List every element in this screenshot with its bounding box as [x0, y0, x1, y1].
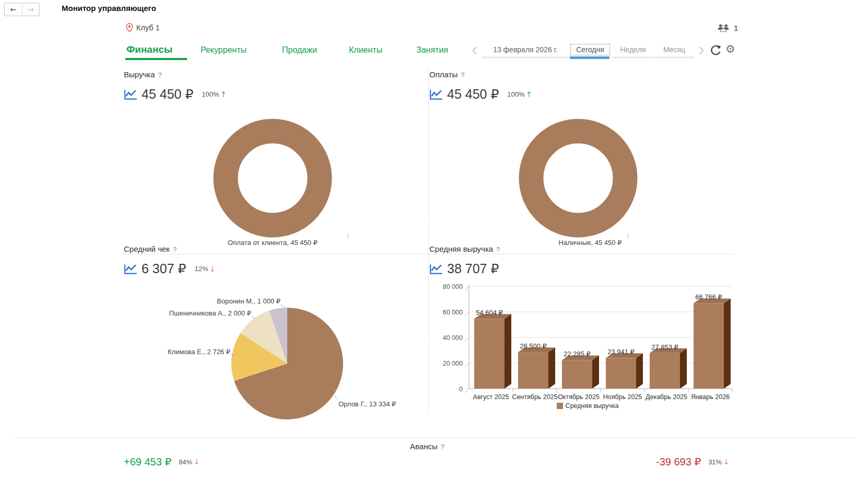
tab-classes[interactable]: Занятия — [416, 45, 448, 55]
date-field-underline — [482, 56, 570, 59]
active-users-indicator[interactable]: 1 — [717, 23, 738, 32]
payments-delta: 100% — [507, 90, 524, 98]
revenue-help-icon[interactable]: ? — [158, 71, 162, 79]
users-group-icon — [717, 23, 730, 32]
advances-positive: +69 453 ₽ 84% ↓ — [124, 455, 200, 468]
svg-text:40 000: 40 000 — [443, 334, 463, 342]
club-selector[interactable]: Клуб 1 — [126, 23, 160, 32]
legend-label: Средняя выручка — [566, 402, 619, 410]
callout-tick — [347, 234, 349, 239]
svg-text:Декабрь 2025: Декабрь 2025 — [646, 393, 687, 401]
revenue-panel-title: Выручка? — [124, 70, 162, 79]
legend-swatch — [557, 403, 563, 409]
advances-negative: -39 693 ₽ 31% ↓ — [656, 455, 730, 468]
svg-text:Октябрь 2025: Октябрь 2025 — [558, 393, 600, 401]
advances-negative-delta: 31% — [708, 458, 722, 466]
payments-help-icon[interactable]: ? — [461, 71, 464, 79]
tab-clients[interactable]: Клиенты — [349, 45, 382, 55]
payments-donut-chart[interactable] — [519, 119, 638, 238]
avg-check-pie-chart[interactable] — [231, 307, 344, 420]
line-chart-icon — [429, 263, 443, 275]
avg-revenue-help-icon[interactable]: ? — [496, 246, 500, 253]
avg-revenue-kpi: 38 707 ₽ — [429, 261, 499, 276]
avg-check-value: 6 307 ₽ — [142, 261, 186, 276]
svg-text:22 285 ₽: 22 285 ₽ — [564, 350, 591, 358]
advances-title: Авансы? — [375, 442, 479, 451]
forward-button[interactable]: → — [22, 3, 40, 16]
line-chart-icon — [124, 89, 137, 100]
chevron-left-icon — [472, 46, 478, 55]
bar-chart-legend: Средняя выручка — [473, 402, 702, 410]
revenue-donut-chart[interactable] — [213, 119, 332, 238]
back-button[interactable]: ← — [5, 3, 22, 16]
today-selected-underline — [570, 56, 609, 59]
tab-sales[interactable]: Продажи — [282, 45, 317, 55]
trend-up-icon: ↑ — [220, 90, 227, 99]
refresh-icon — [710, 44, 722, 56]
advances-negative-value: -39 693 ₽ — [656, 455, 701, 468]
refresh-button[interactable] — [710, 44, 722, 56]
payments-value: 45 450 ₽ — [447, 87, 499, 102]
svg-text:Ноябрь 2025: Ноябрь 2025 — [603, 393, 642, 401]
svg-text:0: 0 — [459, 385, 463, 393]
active-tab-underline — [125, 58, 187, 60]
payments-panel-title: Оплаты? — [429, 70, 464, 79]
svg-text:60 000: 60 000 — [443, 309, 463, 316]
period-next-button[interactable] — [698, 46, 705, 55]
revenue-delta: 100% — [202, 90, 219, 98]
line-chart-icon — [429, 89, 443, 100]
week-underline — [612, 56, 653, 59]
svg-text:Январь 2026: Январь 2026 — [691, 393, 730, 401]
trend-up-icon: ↑ — [526, 90, 533, 99]
period-option-today[interactable]: Сегодня — [572, 45, 608, 54]
history-nav: ← → — [4, 3, 40, 16]
pie-label-orlov: Орлов Г., 13 334 ₽ — [338, 400, 443, 408]
avg-revenue-panel-title: Средняя выручка? — [429, 244, 500, 254]
payments-segment-label: Наличные, 45 450 ₽ — [522, 239, 658, 247]
tab-recurrents[interactable]: Рекурренты — [201, 45, 247, 55]
forward-arrow-icon: → — [28, 5, 34, 14]
advances-divider — [13, 437, 855, 438]
svg-text:28 500 ₽: 28 500 ₽ — [520, 342, 547, 350]
period-prev-button[interactable] — [472, 46, 478, 55]
pie-label-pshenichnikova: Пшеничникова А., 2 000 ₽ — [136, 309, 251, 317]
avg-revenue-bar-chart[interactable]: 020 00040 00060 00080 00054 604 ₽Август … — [433, 282, 736, 405]
svg-text:23 941 ₽: 23 941 ₽ — [607, 348, 635, 356]
period-option-week[interactable]: Неделя — [614, 45, 652, 54]
trend-down-icon: ↓ — [723, 457, 730, 466]
svg-text:27 853 ₽: 27 853 ₽ — [651, 343, 678, 351]
svg-text:54 604 ₽: 54 604 ₽ — [476, 309, 503, 317]
chevron-right-icon — [698, 46, 705, 55]
svg-text:Август 2025: Август 2025 — [473, 393, 509, 401]
revenue-segment-label: Оплата от клиента, 45 450 ₽ — [205, 239, 341, 247]
avg-check-panel-title: Средний чек? — [124, 244, 177, 254]
svg-text:66 766 ₽: 66 766 ₽ — [695, 293, 722, 301]
month-underline — [653, 56, 694, 59]
pie-label-voronin: Воронин М., 1 000 ₽ — [166, 297, 280, 305]
revenue-value: 45 450 ₽ — [142, 87, 193, 102]
trend-down-icon: ↓ — [209, 264, 216, 274]
revenue-kpi: 45 450 ₽ 100% ↑ — [124, 87, 227, 102]
avg-check-kpi: 6 307 ₽ 12% ↓ — [124, 261, 216, 276]
tab-finances[interactable]: Финансы — [126, 44, 172, 55]
trend-down-icon: ↓ — [193, 457, 200, 466]
panel-divider-vertical — [428, 68, 429, 414]
users-count: 1 — [734, 24, 738, 32]
manager-monitor-window: ← → Монитор управляющего Клуб 1 1 Финанс… — [0, 0, 868, 479]
avg-check-help-icon[interactable]: ? — [173, 246, 177, 253]
avg-revenue-value: 38 707 ₽ — [447, 261, 499, 276]
back-arrow-icon: ← — [10, 5, 16, 14]
settings-gear-icon[interactable]: ⚙ — [725, 43, 735, 55]
advances-help-icon[interactable]: ? — [441, 443, 444, 451]
map-pin-icon — [126, 23, 133, 32]
advances-positive-value: +69 453 ₽ — [124, 455, 171, 468]
page-title: Монитор управляющего — [62, 4, 156, 13]
svg-text:20 000: 20 000 — [443, 360, 463, 367]
period-option-month[interactable]: Месяц — [655, 45, 693, 54]
pie-label-klimova: Климова Е., 2 726 ₽ — [126, 348, 230, 356]
advances-positive-delta: 84% — [179, 458, 192, 466]
payments-kpi: 45 450 ₽ 100% ↑ — [429, 87, 532, 102]
period-date-field[interactable]: 13 февраля 2026 г. — [480, 45, 570, 54]
club-name: Клуб 1 — [136, 24, 160, 32]
panel-divider-horizontal — [123, 254, 734, 254]
